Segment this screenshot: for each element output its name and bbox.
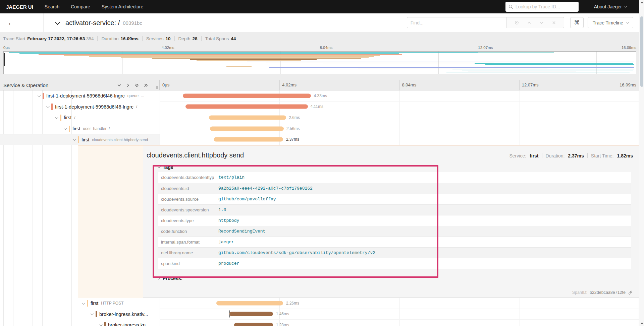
- scrollbar[interactable]: [639, 0, 644, 326]
- chevron-down-icon[interactable]: [82, 301, 85, 305]
- tags-accordion: Tags cloudevents.datacontenttypetext/pla…: [158, 162, 631, 269]
- chevron-down-icon[interactable]: [46, 105, 50, 108]
- expand-all-icon[interactable]: [143, 83, 149, 88]
- duration-label: Duration: [101, 36, 118, 41]
- nav-item-system-architecture[interactable]: System Architecture: [102, 4, 144, 9]
- service-name: first: [82, 137, 89, 142]
- nav-item-compare[interactable]: Compare: [71, 4, 90, 9]
- span-bar-cell[interactable]: 2.6ms: [160, 112, 639, 123]
- focus-match-icon[interactable]: [514, 20, 519, 25]
- span-bar-cell[interactable]: 4.11ms: [160, 102, 639, 113]
- clear-find-icon[interactable]: [552, 20, 556, 25]
- timeline-tick: 8.04ms: [402, 82, 417, 87]
- column-resizer-handle[interactable]: [156, 86, 158, 89]
- span-bar[interactable]: [229, 312, 273, 316]
- nav-item-search[interactable]: Search: [45, 4, 59, 9]
- collapse-all-icon[interactable]: [134, 83, 140, 88]
- minimap-span-graph: [4, 52, 636, 74]
- span-row[interactable]: broker-ingress.knativ... 1.46ms: [0, 309, 639, 320]
- chevron-down-icon[interactable]: [64, 127, 67, 130]
- timeline-ticks-header: 0μs 4.02ms 8.04ms 12.07ms 16.09ms: [160, 80, 639, 90]
- operation-name: HTTP POST: [101, 301, 123, 306]
- trace-collapse-chevron-icon[interactable]: [55, 19, 60, 25]
- span-duration-label: 1.28ms: [273, 323, 289, 326]
- span-bar[interactable]: [210, 126, 284, 131]
- back-button[interactable]: ←: [0, 13, 44, 32]
- span-row[interactable]: first HTTP POST 2.26ms: [0, 298, 639, 309]
- span-row[interactable]: broker-ingress.kn... 1.28ms: [0, 320, 639, 326]
- operation-name: user_handler: /: [83, 126, 110, 131]
- chevron-down-icon[interactable]: [99, 323, 103, 326]
- span-bar[interactable]: [216, 301, 283, 305]
- span-tree-cell[interactable]: broker-ingress.kn...: [0, 320, 160, 326]
- span-row[interactable]: first / 2.6ms: [0, 112, 639, 123]
- minimap-drag-handle[interactable]: [4, 53, 5, 66]
- top-nav: JAEGER UI Search Compare System Architec…: [0, 0, 639, 13]
- span-row-selected[interactable]: first cloudevents.client.httpbody send 2…: [0, 134, 639, 145]
- about-jaeger-menu[interactable]: About Jaeger: [594, 4, 626, 9]
- span-tree-cell[interactable]: first user_handler: /: [0, 123, 160, 134]
- span-bar-cell[interactable]: 1.28ms: [160, 320, 639, 326]
- span-bar[interactable]: [185, 105, 308, 109]
- span-rows-area: first-1-deployment-59968d6f46-lngrc queu…: [0, 90, 639, 326]
- expand-one-icon[interactable]: [125, 83, 130, 88]
- trace-view-selector[interactable]: Trace Timeline: [588, 17, 633, 28]
- tags-accordion-header[interactable]: Tags: [158, 162, 631, 172]
- scrollbar-down-arrow[interactable]: [641, 323, 643, 324]
- search-icon: [508, 4, 513, 9]
- chevron-down-icon: [626, 21, 629, 23]
- span-duration-label: 4.33ms: [311, 93, 327, 98]
- span-bar-cell[interactable]: 4.33ms: [160, 90, 639, 102]
- span-bar[interactable]: [209, 115, 286, 120]
- chevron-down-icon[interactable]: [73, 137, 76, 141]
- span-row[interactable]: first user_handler: / 2.56ms: [0, 123, 639, 134]
- keyboard-shortcuts-button[interactable]: ⌘: [570, 17, 584, 28]
- deep-link-icon[interactable]: [628, 290, 633, 295]
- depth-label: Depth: [178, 36, 191, 41]
- tag-row: cloudevents.sourcegithub/com/pavolloffay: [158, 194, 631, 204]
- span-row[interactable]: first-1-deployment-59968d6f46-lngrc / 4.…: [0, 102, 639, 113]
- span-duration-label: 2.6ms: [286, 115, 300, 120]
- next-match-icon[interactable]: [539, 20, 544, 25]
- span-tree-cell[interactable]: first-1-deployment-59968d6f46-lngrc /: [0, 102, 160, 113]
- span-tree-cell[interactable]: first /: [0, 112, 160, 123]
- chevron-down-icon[interactable]: [91, 312, 94, 315]
- span-bar[interactable]: [234, 323, 273, 326]
- span-tree-cell[interactable]: first cloudevents.client.httpbody send: [0, 134, 160, 145]
- operation-name: /: [136, 105, 137, 109]
- span-bar-cell[interactable]: 1.46ms: [160, 309, 639, 320]
- service-color-chip: [87, 300, 88, 307]
- divider: [97, 36, 98, 41]
- collapse-one-icon[interactable]: [117, 83, 122, 88]
- chevron-down-icon[interactable]: [38, 94, 41, 97]
- find-controls: [506, 17, 564, 28]
- span-tree-cell[interactable]: broker-ingress.knativ...: [0, 309, 160, 320]
- span-bar-cell[interactable]: 2.26ms: [160, 298, 639, 309]
- jaeger-ui-logo[interactable]: JAEGER UI: [6, 4, 33, 10]
- span-tree-cell[interactable]: first HTTP POST: [0, 298, 160, 309]
- span-duration-label: 2.37ms: [283, 137, 299, 142]
- service-operation-header: Service & Operation: [0, 80, 160, 90]
- trace-lookup-input[interactable]: [516, 4, 576, 9]
- find-input[interactable]: [407, 17, 506, 28]
- span-bar-cell[interactable]: 2.37ms: [160, 134, 639, 145]
- scrollbar-thumb[interactable]: [640, 16, 643, 87]
- span-tree-cell[interactable]: first-1-deployment-59968d6f46-lngrc queu…: [0, 90, 160, 102]
- service-name: broker-ingress.kn...: [108, 322, 150, 326]
- prev-match-icon[interactable]: [527, 20, 532, 25]
- tag-value: jaeger: [214, 240, 234, 245]
- process-accordion-header[interactable]: Process:: [158, 274, 631, 283]
- span-bar-cell[interactable]: 2.56ms: [160, 123, 639, 134]
- span-bar[interactable]: [183, 93, 311, 98]
- service-color-chip: [69, 126, 70, 132]
- minimap-canvas[interactable]: [3, 51, 636, 74]
- span-bar[interactable]: [214, 137, 283, 142]
- chevron-down-icon[interactable]: [55, 116, 58, 119]
- tag-key: cloudevents.datacontenttype: [158, 175, 214, 180]
- trace-lookup-box[interactable]: [505, 2, 579, 12]
- tag-row: cloudevents.specversion1.0: [158, 204, 631, 215]
- scrollbar-up-arrow[interactable]: [641, 2, 643, 3]
- trace-stats-bar: Trace Start February 17 2022, 17:26:53 .…: [0, 32, 639, 45]
- service-name: first: [64, 115, 71, 120]
- span-row[interactable]: first-1-deployment-59968d6f46-lngrc queu…: [0, 90, 639, 102]
